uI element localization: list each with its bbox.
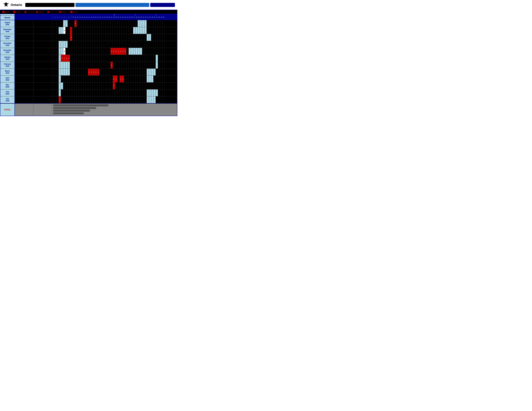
jun-c28 <box>113 89 115 96</box>
nov-c50 <box>162 41 165 48</box>
row-may-2019: May 2019 <box>0 83 177 89</box>
feb-c38 <box>135 62 138 68</box>
oct-c24 <box>104 34 106 41</box>
jan-c31 <box>120 55 122 62</box>
aug-c32 <box>122 20 124 27</box>
mar-c6 <box>63 69 66 75</box>
apr-c14 <box>81 75 84 82</box>
sep-c44 <box>149 27 151 34</box>
title-black-segment <box>25 3 75 7</box>
day-hdr-24: 24 <box>104 16 106 19</box>
jul-c36 <box>131 96 133 103</box>
oct-c36 <box>131 34 133 41</box>
sep-c4 <box>59 27 61 34</box>
day-hdr-37: 37 <box>133 16 135 19</box>
apr-c4 <box>59 75 61 82</box>
jul-c25 <box>106 96 108 103</box>
day-hdr-25: 25 <box>106 16 108 19</box>
total-line-4 <box>53 112 84 114</box>
jun-c19 <box>93 89 95 96</box>
jan-c34 <box>126 55 129 62</box>
dec-c18 <box>90 48 93 55</box>
jun-c5 <box>61 89 63 96</box>
aug-col1 <box>15 20 33 27</box>
jul-c15 <box>84 96 86 103</box>
dec-c3 <box>57 48 59 55</box>
aug-c45 <box>151 20 153 27</box>
dec-col2 <box>33 48 52 55</box>
sep-c50 <box>162 27 165 34</box>
sep-col2 <box>33 27 52 34</box>
may-c50 <box>162 83 165 89</box>
mar-c12 <box>77 69 79 75</box>
oct-c45 <box>151 34 153 41</box>
may-c23 <box>102 83 104 89</box>
page-header: Ontario <box>0 0 177 10</box>
apr-c31: ■ <box>120 75 122 82</box>
jul-c23 <box>102 96 104 103</box>
apr-c6 <box>63 75 66 82</box>
jun-c8 <box>68 89 70 96</box>
apr-c33 <box>124 75 126 82</box>
row-nov-2018: November 2018 <box>0 41 177 48</box>
aug-c29 <box>115 20 117 27</box>
jan-c1 <box>52 55 54 62</box>
sep-c45 <box>151 27 153 34</box>
apr-c45 <box>151 75 153 82</box>
feb-c16 <box>86 62 88 68</box>
title-blue-segment <box>76 3 149 7</box>
legend-arrow-line <box>27 12 36 12</box>
sep-c34 <box>126 27 129 34</box>
sep-c38 <box>135 27 138 34</box>
feb-c49 <box>160 62 162 68</box>
oct-c34 <box>126 34 129 41</box>
jan-c36 <box>131 55 133 62</box>
may-c33 <box>124 83 126 89</box>
oct-c41 <box>142 34 144 41</box>
day-hdr-3: 3 <box>57 16 59 19</box>
apr-c13 <box>79 75 81 82</box>
dec-c30: ■ <box>117 48 120 55</box>
jul-c3 <box>57 96 59 103</box>
oct-c16 <box>86 34 88 41</box>
dec-c27: ■ <box>111 48 113 55</box>
oct-c2 <box>54 34 57 41</box>
row-feb-2019: February 2019 <box>0 62 177 69</box>
jun-c15 <box>84 89 86 96</box>
dec-c28: ■ <box>113 48 115 55</box>
title-darkblue-segment <box>150 3 175 7</box>
jan-c49 <box>160 55 162 62</box>
may-c27 <box>111 83 113 89</box>
may-c16 <box>86 83 88 89</box>
mar-c14 <box>81 69 84 75</box>
mar-c11 <box>75 69 77 75</box>
dec-c50 <box>162 48 165 55</box>
jul-c28 <box>113 96 115 103</box>
may-data-cells: ■ <box>52 83 177 89</box>
dec-c48 <box>158 48 160 55</box>
may-c40 <box>140 83 142 89</box>
aug-c28 <box>113 20 115 27</box>
mar-c35 <box>129 69 131 75</box>
apr-c27 <box>111 75 113 82</box>
dec-c24 <box>104 48 106 55</box>
legend-label-3: Legend <box>39 11 43 13</box>
jul-c5 <box>61 96 63 103</box>
may-c44 <box>149 83 151 89</box>
nov-c23 <box>102 41 104 48</box>
jul-col1 <box>15 96 33 103</box>
feb-c44 <box>149 62 151 68</box>
jun-c49 <box>160 89 162 96</box>
day-hdr-44: 44 <box>149 16 151 19</box>
jun-c23 <box>102 89 104 96</box>
jul-c34 <box>126 96 129 103</box>
feb-c33 <box>124 62 126 68</box>
nov-c29 <box>115 41 117 48</box>
mar-c30 <box>117 69 120 75</box>
sep-c39 <box>138 27 140 34</box>
col-group2-header <box>33 14 52 16</box>
oct-c10 <box>72 34 75 41</box>
mar-c49 <box>160 69 162 75</box>
apr-c2 <box>54 75 57 82</box>
feb-c40 <box>140 62 142 68</box>
